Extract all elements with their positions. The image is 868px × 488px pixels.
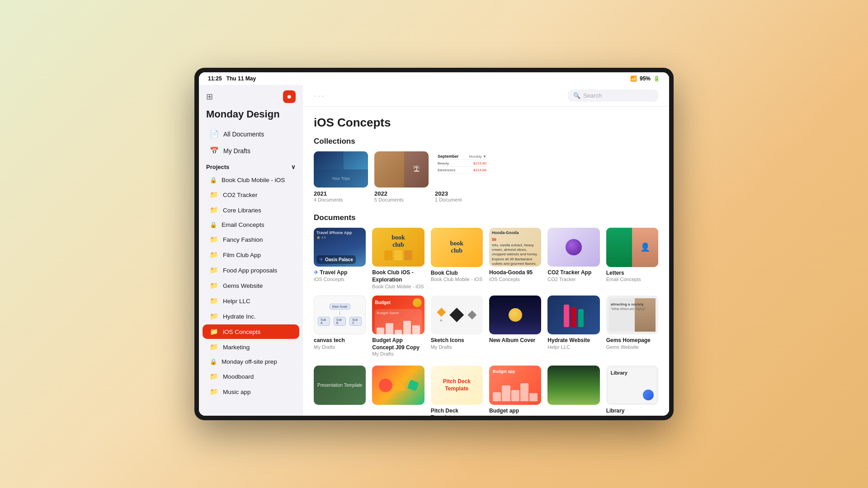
sidebar-item-hydrate[interactable]: 📁 Hydrate Inc. [203,309,299,324]
proj-label: Film Club App [223,252,261,258]
main-area: ··· 🔍 Search iOS Concepts Collections [303,85,669,416]
doc-hydrate[interactable]: Hydrate Website Helpr LLC [547,296,599,357]
doc-letters[interactable]: 👤 Letters Email Concepts [606,228,658,289]
folder-icon: 📁 [210,206,218,214]
projects-section-header: Projects ∨ [199,159,303,173]
wifi-icon: 📶 [630,75,637,82]
battery-percent: 95% [640,75,651,82]
sidebar-item-email[interactable]: 🔒 Email Concepts [203,218,299,231]
doc-subtitle: Helpr LLC [547,344,599,350]
collection-count: 5 Documents [374,197,429,202]
documents-section-title: Documents [314,213,658,222]
sidebar-item-book-club[interactable]: 🔒 Book Club Mobile - iOS [203,174,299,187]
doc-title: New Album Cover [489,337,541,344]
sidebar-toggle-icon[interactable]: ⊞ [206,92,213,102]
search-icon: 🔍 [573,92,580,99]
proj-label: CO2 Tracker [223,192,258,198]
collection-2022[interactable]: 🏝 2022 5 Documents [374,151,429,202]
proj-label: Music app [223,389,251,395]
doc-subtitle: Book Club Mobile - iOS [431,277,483,282]
projects-label: Projects [206,164,229,170]
status-date: Thu 11 May [226,75,256,82]
doc-album[interactable]: New Album Cover [489,296,541,357]
sidebar-item-food[interactable]: 📁 Food App proposals [203,263,299,277]
doc-title: Pitch Deck Template [431,408,483,416]
folder-icon-active: 📁 [210,328,218,336]
sidebar-item-gems[interactable]: 📁 Gems Website [203,278,299,293]
doc-subtitle: CO2 Tracker [547,277,599,282]
drafts-icon: 📅 [210,146,219,155]
sidebar-item-core[interactable]: 📁 Core Libraries [203,203,299,217]
sidebar-item-fancy[interactable]: 📁 Fancy Fashion [203,232,299,247]
proj-label: Email Concepts [222,221,264,228]
lock-icon: 🔒 [210,221,217,228]
projects-chevron-icon[interactable]: ∨ [291,164,296,170]
sidebar-item-co2[interactable]: 📁 CO2 Tracker [203,188,299,202]
doc-gems[interactable]: attracting a society "What others are sa… [606,296,658,357]
bottom-docs-grid: Presentation Template [314,366,658,416]
collection-2023[interactable]: September Monthly ▼ Beauty $215.80 Elect… [435,151,489,202]
proj-label: Monday off-site prep [222,358,277,365]
doc-nature[interactable] [547,366,599,416]
doc-co2[interactable]: CO2 Tracker App CO2 Tracker [547,228,599,289]
sidebar-item-film[interactable]: 📁 Film Club App [203,248,299,262]
doc-travel-app[interactable]: Travel iPhone App ⭐ 4.5 ✈ Oasis Palace ✈… [314,228,366,289]
main-content: iOS Concepts Collections [303,107,669,416]
lock-icon: 🔒 [210,358,217,365]
all-docs-label: All Documents [223,131,264,138]
drafts-label: My Drafts [223,147,250,155]
battery-icon: 🔋 [653,75,660,82]
folder-icon: 📁 [210,266,218,274]
doc-title: Letters [606,270,658,277]
sidebar-item-music[interactable]: 📁 Music app [203,385,299,399]
doc-pitch-deck[interactable]: Pitch Deck Template Pitch Deck Template [431,366,483,416]
folder-icon: 📁 [210,191,218,199]
proj-label: Book Club Mobile - iOS [222,177,285,183]
proj-label: Gems Website [223,282,263,289]
proj-label: Marketing [223,344,250,351]
doc-hooda[interactable]: Hooda-Gooda $6 tofu, vanilla extract, he… [489,228,541,289]
doc-subtitle: Book Club Mobile - iOS [372,284,424,289]
sidebar-item-moodboard[interactable]: 📁 Moodboard [203,369,299,384]
doc-title: Library [606,408,658,415]
folder-icon: 📁 [210,235,218,244]
collection-year: 2023 [435,190,489,197]
search-placeholder: Search [583,92,602,99]
collection-year: 2022 [374,190,429,197]
folder-icon: 📁 [210,251,218,259]
ipad-device: 11:25 Thu 11 May 📶 95% 🔋 ⊞ ⏺ Monday Desi… [194,68,674,420]
sidebar-item-my-drafts[interactable]: 📅 My Drafts [203,143,299,159]
collection-2021[interactable]: Your Trips 2021 4 Documents [314,151,368,202]
folder-icon: 📁 [210,312,218,320]
header-dots: ··· [314,90,326,101]
record-button[interactable]: ⏺ [283,90,296,103]
collections-row: Your Trips 2021 4 Documents [314,151,658,202]
doc-subtitle: iOS Concepts [489,277,541,282]
sidebar-item-helpr[interactable]: 📁 Helpr LLC [203,294,299,308]
doc-bookclub-ios[interactable]: bookclub Book Club iOS - [372,228,424,289]
sidebar-item-monday-offsite[interactable]: 🔒 Monday off-site prep [203,355,299,368]
doc-title: Hooda-Gooda 95 [489,269,541,277]
sidebar-item-ios[interactable]: 📁 iOS Concepts [203,324,299,339]
doc-bookclub[interactable]: bookclub Book Club Book Club Mobile - iO… [431,228,483,289]
doc-presentation[interactable]: Presentation Template [314,366,366,416]
doc-title: Hydrate Website [547,337,599,344]
proj-label: Core Libraries [223,207,261,214]
sidebar-item-marketing[interactable]: 📁 Marketing [203,340,299,354]
doc-title: Book Club iOS - Exploration [372,269,424,283]
doc-subtitle: Email Concepts [606,277,658,282]
sidebar-item-all-documents[interactable]: 📄 All Documents [203,126,299,142]
search-bar[interactable]: 🔍 Search [568,89,658,102]
collection-year: 2021 [314,190,368,197]
doc-library[interactable]: Library Library [606,366,658,416]
doc-colorful[interactable] [372,366,424,416]
proj-label: Fancy Fashion [223,236,263,243]
doc-sketch[interactable]: ▶ Sketch Icons My Drafts [431,296,483,357]
collections-section-title: Collections [314,137,658,146]
sidebar-header: ⊞ ⏺ [199,85,303,107]
doc-budget[interactable]: Budget Budget Spent [372,296,424,357]
doc-canvas[interactable]: Main Node Sub A Sub B Sub C canvas te [314,296,366,357]
doc-budget-app[interactable]: Budget app [489,366,541,416]
folder-icon: 📁 [210,297,218,305]
proj-label: Helpr LLC [223,298,250,305]
